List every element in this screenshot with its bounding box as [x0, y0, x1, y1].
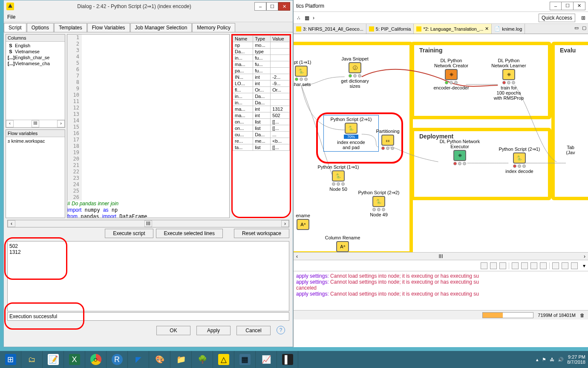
code-editor[interactable]: 1234567891011121314151617181920212223242… — [67, 34, 230, 218]
start-button[interactable]: ⊞ — [0, 351, 21, 368]
node-rename-left[interactable]: ename Aᵃ — [294, 213, 316, 231]
tab-minimize-icon[interactable]: ▭ — [573, 24, 580, 34]
task-azure[interactable]: ◤ — [128, 351, 149, 368]
reset-workspace-button[interactable]: Reset workspace — [234, 229, 289, 238]
var-row[interactable]: on...list[[... — [233, 125, 290, 132]
columns-list[interactable]: S English S Vietnamese [...] English_cha… — [6, 42, 65, 67]
canvas-hscroll[interactable]: ‹III› — [294, 252, 588, 260]
var-row[interactable]: ma...int502 — [233, 112, 290, 119]
var-row[interactable]: IN...int-2... — [233, 74, 290, 80]
node-python-script-1to1-b[interactable]: Python Script (1⇒1) 🐍 Node 50 — [315, 164, 362, 192]
var-row[interactable]: ma...int1312 — [233, 106, 290, 112]
var-row[interactable]: ou...Da...... — [233, 132, 290, 138]
help-icon[interactable]: ? — [277, 326, 285, 334]
editor-tab[interactable]: 5: PIP_California — [366, 24, 414, 34]
main-maximize-button[interactable]: ☐ — [562, 2, 574, 10]
node-python-script-1to1[interactable]: ript (1⇒1) 🐍 char sets — [294, 60, 314, 87]
close-button[interactable]: ✕ — [278, 2, 290, 11]
tab-templates[interactable]: Templates — [54, 23, 87, 32]
var-row[interactable]: in...Da... — [233, 100, 290, 106]
view-icon[interactable] — [562, 262, 568, 269]
node-python-script-2to1-dep[interactable]: Python Script (2⇒1) 🐍 index decode — [494, 147, 545, 174]
node-python-script-2to2[interactable]: Python Script (2⇒2) 🐍 Node 49 — [355, 190, 402, 217]
node-java-snippet[interactable]: Java Snippet ⓙ get dictionary sizes — [338, 56, 372, 89]
task-explorer[interactable]: 🗂 — [21, 351, 43, 368]
middle-hscroll[interactable]: ‹III› — [7, 220, 289, 227]
var-row[interactable]: ma...fu... — [233, 61, 290, 68]
var-row[interactable]: in...Da... — [233, 93, 290, 100]
view-icon[interactable] — [540, 262, 547, 269]
var-row[interactable]: re...me...<b... — [233, 138, 290, 144]
node-dl-network-learner[interactable]: DL Python Network Learner ⁜ train for 10… — [485, 58, 532, 101]
view-icon[interactable] — [490, 262, 497, 269]
quick-access[interactable]: Quick Access — [539, 14, 575, 22]
tab-memory-policy[interactable]: Memory Policy — [192, 23, 235, 32]
view-icon[interactable] — [499, 262, 506, 269]
var-row[interactable]: LO...int-9... — [233, 80, 290, 87]
vars-col-name[interactable]: Name — [233, 36, 253, 42]
main-titlebar[interactable]: tics Platform – ☐ ✕ — [294, 0, 588, 12]
node-tab-right[interactable]: Tab (Jav — [558, 145, 583, 156]
tray-sound-icon[interactable]: 🔊 — [558, 357, 564, 362]
console-view[interactable]: apply settings: apply settings: Cannot l… — [294, 271, 588, 310]
close-tab-icon[interactable]: ✕ — [485, 26, 489, 32]
vars-col-type[interactable]: Type — [253, 36, 271, 42]
execute-selected-button[interactable]: Execute selected lines — [156, 229, 223, 238]
tab-script[interactable]: Script — [4, 23, 26, 32]
var-row[interactable]: Da...type — [233, 49, 290, 55]
node-dl-network-creator[interactable]: DL Python Network Creator ⁜ encoder-deco… — [430, 58, 473, 90]
task-notepad[interactable]: 📝 — [43, 351, 64, 368]
var-row[interactable]: pa...fu... — [233, 68, 290, 74]
main-close-button[interactable]: ✕ — [574, 2, 585, 10]
tab-job-manager[interactable]: Job Manager Selection — [130, 23, 192, 32]
editor-tab[interactable]: *2: Language_Translation_...✕ — [414, 24, 492, 34]
tab-flow-variables[interactable]: Flow Variables — [87, 23, 130, 32]
tray-flag-icon[interactable]: ⚑ — [542, 357, 546, 362]
toolbar-icon[interactable]: ⛬ — [296, 15, 301, 21]
gc-icon[interactable]: 🗑 — [580, 313, 585, 318]
node-python-script-2to1-selected[interactable]: Python Script (2⇒1) 🐍 70% index encode a… — [323, 115, 379, 152]
task-monitor[interactable]: 📈 — [256, 351, 277, 368]
var-row[interactable]: fl...Or...Or... — [233, 87, 290, 93]
tray-up-icon[interactable]: ▴ — [536, 357, 539, 362]
task-chrome[interactable]: ○ — [85, 351, 107, 368]
var-row[interactable]: ta...list[[... — [233, 144, 290, 151]
execute-script-button[interactable]: Execute script — [105, 229, 153, 238]
node-partitioning[interactable]: Partitioning ⚏ — [372, 129, 403, 150]
view-icon[interactable] — [481, 262, 487, 269]
task-paint[interactable]: 🎨 — [149, 351, 170, 368]
vars-col-value[interactable]: Value — [271, 36, 290, 42]
var-row[interactable]: on...list[[... — [233, 119, 290, 125]
tray-clock[interactable]: 9:27 PM 8/7/2018 — [567, 354, 585, 365]
view-icon[interactable] — [552, 262, 559, 269]
tab-options[interactable]: Options — [27, 23, 54, 32]
flowvars-list[interactable]: s knime.workspac — [6, 137, 65, 145]
node-column-rename[interactable]: Column Rename Aᵃ — [321, 235, 364, 253]
main-toolbar[interactable]: ⛬ ▦ › Quick Access ⊞ — [294, 12, 588, 24]
minimize-button[interactable]: – — [254, 2, 266, 11]
task-cmd[interactable]: ▌ — [277, 351, 298, 368]
main-minimize-button[interactable]: – — [550, 2, 562, 10]
workspace-variables-table[interactable]: Name Type Value npmo...Da...typein...fu.… — [233, 35, 290, 151]
cancel-button[interactable]: Cancel — [236, 326, 271, 335]
task-weka[interactable]: 🌳 — [192, 351, 213, 368]
ok-button[interactable]: OK — [156, 326, 190, 335]
task-knime[interactable]: △ — [213, 351, 234, 368]
task-app[interactable]: ▦ — [234, 351, 256, 368]
system-tray[interactable]: ▴ ⚑ 🖧 🔊 9:27 PM 8/7/2018 — [536, 354, 588, 365]
view-icon[interactable] — [571, 262, 578, 269]
code-body[interactable]: # Do pandas inner joinimport numpy as np… — [67, 201, 222, 218]
menu-dropdown-icon[interactable]: ▾ — [583, 263, 585, 269]
view-icon[interactable] — [521, 262, 528, 269]
var-row[interactable]: in...fu... — [233, 55, 290, 61]
editor-tab[interactable]: 📄knime.log — [492, 24, 525, 34]
perspective-icon[interactable]: ⊞ — [581, 15, 585, 21]
editor-tab[interactable]: 3: NFIRS_2014_All_Geoco... — [294, 24, 366, 34]
var-row[interactable]: npmo... — [233, 42, 290, 49]
node-dl-network-executor[interactable]: DL Python Network Executor ⁜ — [434, 139, 485, 165]
maximize-button[interactable]: ☐ — [266, 2, 278, 11]
console-output[interactable]: 502 1312 — [7, 241, 289, 311]
dialog-titlebar[interactable]: Dialog - 2:42 - Python Script (2⇒1) (ind… — [4, 0, 293, 12]
task-excel[interactable]: X — [64, 351, 85, 368]
apply-button[interactable]: Apply — [196, 326, 231, 335]
